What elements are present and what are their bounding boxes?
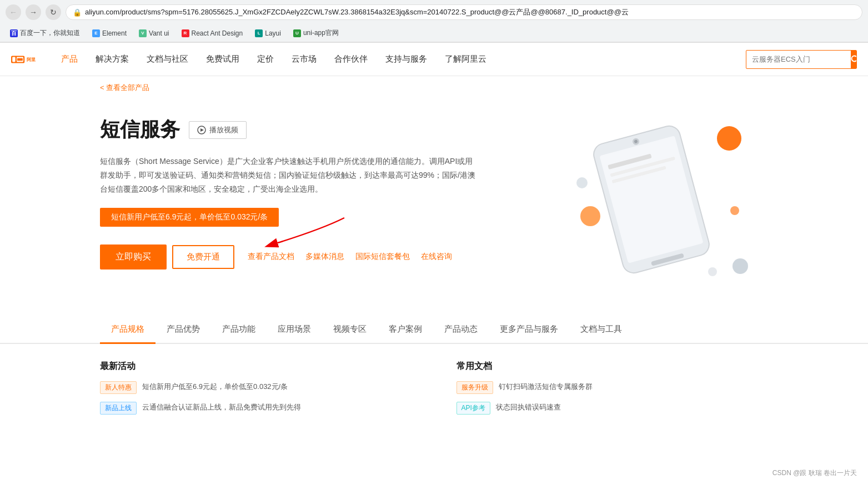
top-nav: 阿里云 产品 解决方案 文档与社区 免费试用 定价 云市场 合作伙伴 支持与服务… bbox=[0, 43, 868, 76]
activity-item-1: 新品上线 云通信融合认证新品上线，新品免费试用先到先得 bbox=[100, 402, 412, 415]
intl-link[interactable]: 国际短信套餐包 bbox=[355, 252, 410, 262]
address-bar[interactable]: 🔒 aliyun.com/product/sms?spm=5176.280556… bbox=[66, 4, 862, 20]
docs-title: 常用文档 bbox=[456, 361, 769, 372]
docs-link[interactable]: 查看产品文档 bbox=[248, 252, 294, 262]
svg-line-6 bbox=[856, 61, 857, 63]
svg-text:阿里云: 阿里云 bbox=[27, 57, 36, 62]
browser-chrome: ← → ↻ 🔒 aliyun.com/product/sms?spm=5176.… bbox=[0, 0, 868, 43]
sub-nav-advantages[interactable]: 产品优势 bbox=[155, 316, 211, 344]
video-btn-label: 播放视频 bbox=[209, 125, 238, 135]
bookmark-layui-label: Layui bbox=[265, 29, 281, 37]
svg-marker-8 bbox=[200, 128, 204, 132]
nav-docs[interactable]: 文档与社区 bbox=[138, 43, 197, 76]
sub-nav-specs[interactable]: 产品规格 bbox=[100, 316, 155, 344]
activities-column: 最新活动 新人特惠 短信新用户低至6.9元起，单价低至0.032元/条 新品上线… bbox=[100, 361, 412, 422]
sub-nav-docs[interactable]: 文档与工具 bbox=[569, 316, 633, 344]
lock-icon: 🔒 bbox=[73, 8, 82, 17]
refresh-button[interactable]: ↻ bbox=[46, 4, 61, 20]
hero-right bbox=[535, 111, 768, 288]
svg-point-19 bbox=[580, 206, 600, 226]
product-heading: 短信服务 bbox=[100, 116, 180, 143]
nav-solutions[interactable]: 解决方案 bbox=[87, 43, 138, 76]
product-title: 短信服务 播放视频 bbox=[100, 116, 535, 143]
back-button[interactable]: ← bbox=[6, 4, 21, 20]
docs-column: 常用文档 服务升级 钉钉扫码激活短信专属服务群 API参考 状态回执错误码速查 bbox=[456, 361, 769, 422]
svg-rect-3 bbox=[17, 58, 23, 60]
nav-market[interactable]: 云市场 bbox=[283, 43, 325, 76]
hero-content: 短信服务 播放视频 短信服务（Short Message Service）是广大… bbox=[100, 111, 535, 270]
buy-now-button[interactable]: 立即购买 bbox=[100, 244, 167, 270]
sub-nav-dynamics[interactable]: 产品动态 bbox=[433, 316, 489, 344]
nav-free[interactable]: 免费试用 bbox=[197, 43, 248, 76]
tag-api: API参考 bbox=[456, 402, 490, 415]
sub-nav-scenarios[interactable]: 应用场景 bbox=[267, 316, 322, 344]
bookmark-react-ant[interactable]: R React Ant Design bbox=[177, 28, 248, 39]
doc-item-0: 服务升级 钉钉扫码激活短信专属服务群 bbox=[456, 381, 769, 394]
red-arrow bbox=[211, 212, 367, 251]
sub-nav: 产品规格 产品优势 产品功能 应用场景 视频专区 客户案例 产品动态 更多产品与… bbox=[0, 316, 868, 344]
sub-nav-features[interactable]: 产品功能 bbox=[211, 316, 267, 344]
doc-item-1: API参考 状态回执错误码速查 bbox=[456, 402, 769, 415]
bookmark-baidu-label: 百度一下，你就知道 bbox=[20, 28, 80, 38]
product-description: 短信服务（Short Message Service）是广大企业客户快速触达手机… bbox=[100, 154, 478, 197]
bookmark-uniapp[interactable]: U uni-app官网 bbox=[289, 27, 343, 39]
doc-text-0: 钉钉扫码激活短信专属服务群 bbox=[499, 381, 769, 393]
video-button[interactable]: 播放视频 bbox=[189, 121, 247, 139]
vant-icon: V bbox=[139, 29, 147, 37]
bookmark-layui[interactable]: L Layui bbox=[250, 28, 285, 39]
nav-support[interactable]: 支持与服务 bbox=[377, 43, 436, 76]
layui-icon: L bbox=[255, 29, 263, 37]
activity-text-0: 短信新用户低至6.9元起，单价低至0.032元/条 bbox=[142, 381, 412, 393]
bookmark-baidu[interactable]: 百 百度一下，你就知道 bbox=[6, 27, 84, 39]
sub-nav-cases[interactable]: 客户案例 bbox=[378, 316, 433, 344]
nav-about[interactable]: 了解阿里云 bbox=[436, 43, 495, 76]
svg-point-5 bbox=[852, 56, 857, 61]
svg-point-23 bbox=[730, 206, 739, 215]
breadcrumb[interactable]: < 查看全部产品 bbox=[0, 76, 868, 99]
react-ant-icon: R bbox=[182, 29, 189, 37]
nav-items: 产品 解决方案 文档与社区 免费试用 定价 云市场 合作伙伴 支持与服务 了解阿… bbox=[52, 43, 746, 76]
media-link[interactable]: 多媒体消息 bbox=[305, 252, 344, 262]
svg-rect-11 bbox=[600, 136, 704, 263]
element-icon: E bbox=[92, 29, 100, 37]
activities-title: 最新活动 bbox=[100, 361, 412, 372]
svg-point-18 bbox=[717, 126, 741, 151]
svg-point-21 bbox=[576, 177, 588, 188]
bookmark-uniapp-label: uni-app官网 bbox=[303, 28, 339, 38]
doc-text-1: 状态回执错误码速查 bbox=[496, 402, 768, 413]
nav-partners[interactable]: 合作伙伴 bbox=[325, 43, 377, 76]
activity-text-1: 云通信融合认证新品上线，新品免费试用先到先得 bbox=[142, 402, 412, 413]
hero-section: 短信服务 播放视频 短信服务（Short Message Service）是广大… bbox=[0, 99, 868, 305]
svg-rect-1 bbox=[12, 57, 16, 62]
logo[interactable]: 阿里云 bbox=[11, 47, 36, 72]
content-section: 最新活动 新人特惠 短信新用户低至6.9元起，单价低至0.032元/条 新品上线… bbox=[0, 344, 868, 439]
bookmarks-bar: 百 百度一下，你就知道 E Element V Vant ui R React … bbox=[0, 24, 868, 42]
phone-illustration bbox=[540, 111, 762, 288]
address-text: aliyun.com/product/sms?spm=5176.28055625… bbox=[85, 7, 855, 17]
consult-link[interactable]: 在线咨询 bbox=[421, 252, 452, 262]
nav-pricing[interactable]: 定价 bbox=[248, 43, 283, 76]
sub-nav-more[interactable]: 更多产品与服务 bbox=[489, 316, 569, 344]
browser-toolbar: ← → ↻ 🔒 aliyun.com/product/sms?spm=5176.… bbox=[0, 0, 868, 24]
bookmark-vant-label: Vant ui bbox=[149, 29, 169, 37]
bookmark-element[interactable]: E Element bbox=[88, 28, 131, 39]
nav-products[interactable]: 产品 bbox=[52, 43, 87, 76]
tag-new-product: 新品上线 bbox=[100, 402, 137, 415]
sub-nav-video[interactable]: 视频专区 bbox=[322, 316, 378, 344]
search-bar bbox=[746, 50, 857, 69]
bookmark-element-label: Element bbox=[102, 29, 127, 37]
tag-new-user: 新人特惠 bbox=[100, 381, 137, 394]
svg-point-22 bbox=[708, 267, 717, 276]
website: 阿里云 产品 解决方案 文档与社区 免费试用 定价 云市场 合作伙伴 支持与服务… bbox=[0, 43, 868, 439]
bookmark-react-ant-label: React Ant Design bbox=[192, 29, 243, 37]
baidu-icon: 百 bbox=[10, 29, 18, 37]
tag-service: 服务升级 bbox=[456, 381, 493, 394]
search-input[interactable] bbox=[746, 55, 851, 63]
svg-point-20 bbox=[732, 258, 748, 274]
action-links: 查看产品文档 多媒体消息 国际短信套餐包 在线咨询 bbox=[248, 252, 452, 262]
activity-item-0: 新人特惠 短信新用户低至6.9元起，单价低至0.032元/条 bbox=[100, 381, 412, 394]
forward-button[interactable]: → bbox=[26, 4, 41, 20]
search-button[interactable] bbox=[851, 50, 857, 69]
uniapp-icon: U bbox=[293, 29, 301, 37]
bookmark-vant[interactable]: V Vant ui bbox=[134, 28, 173, 39]
